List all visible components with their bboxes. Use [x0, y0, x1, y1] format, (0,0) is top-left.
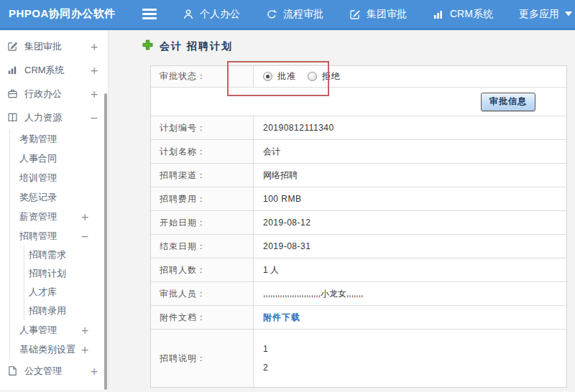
- nav-label: 更多应用: [519, 8, 559, 21]
- sidebar-item-label: 奖惩记录: [19, 191, 89, 204]
- field-value: 网络招聘: [254, 164, 566, 187]
- nav-label: 流程审批: [283, 8, 323, 21]
- expand-toggle[interactable]: +: [80, 211, 89, 223]
- field-label: 计划名称：: [151, 140, 254, 163]
- description-line: 1: [263, 344, 268, 354]
- top-header: PHPOA协同办公软件 个人办公 流程审批: [0, 0, 575, 30]
- sidebar-item-recruit-plan[interactable]: 招聘计划: [24, 264, 108, 283]
- bar-chart-icon: [7, 65, 19, 75]
- sidebar-item-salary[interactable]: 薪资管理 +: [10, 207, 108, 226]
- field-row-attachment: 附件文档： 附件下载: [151, 306, 566, 330]
- top-nav: 个人办公 流程审批 集团审批: [183, 8, 572, 21]
- field-row-channel: 招聘渠道： 网络招聘: [151, 164, 566, 187]
- expand-toggle[interactable]: +: [80, 325, 89, 336]
- field-row-cost: 招聘费用： 100 RMB: [151, 187, 566, 211]
- sidebar-item-attendance[interactable]: 考勤管理: [10, 129, 108, 149]
- sidebar-scrollbar[interactable]: [104, 93, 107, 390]
- process-icon: [266, 9, 277, 20]
- nav-process-approval[interactable]: 流程审批: [266, 8, 323, 21]
- sidebar-item-recruit-demand[interactable]: 招聘需求: [24, 246, 108, 264]
- field-row-end-date: 结束日期： 2019-08-31: [151, 235, 566, 258]
- field-value: 1 人: [254, 258, 566, 281]
- sidebar-item-admin-office[interactable]: 行政办公 +: [0, 82, 108, 106]
- sidebar-item-label: 人力资源: [24, 111, 90, 124]
- sidebar-item-label: 招聘需求: [29, 248, 66, 261]
- sidebar-item-documents[interactable]: 公文管理 +: [0, 359, 108, 383]
- sidebar-item-label: 行政办公: [24, 88, 90, 101]
- sidebar-item-label: 集团审批: [24, 40, 90, 53]
- sidebar-item-talent-pool[interactable]: 人才库: [24, 283, 108, 302]
- field-value: 2019-08-31: [254, 235, 566, 258]
- main-content: 会计 招聘计划 审批状态： 批准 拒绝 审批信息: [109, 30, 575, 390]
- sidebar-item-recruitment[interactable]: 招聘管理 −: [10, 226, 108, 246]
- sidebar-item-recruit-hire[interactable]: 招聘录用: [24, 302, 108, 320]
- radio-reject[interactable]: [308, 72, 317, 81]
- expand-toggle[interactable]: +: [80, 344, 89, 355]
- sidebar-item-hr[interactable]: 人力资源 −: [0, 106, 108, 129]
- nav-more-apps[interactable]: 更多应用: [519, 8, 572, 21]
- plus-icon: [142, 39, 153, 53]
- sidebar-item-label: 培训管理: [19, 172, 89, 185]
- field-value: 2019-08-12: [254, 211, 566, 234]
- recruitment-submenu: 招聘需求 招聘计划 人才库 招聘录用: [24, 246, 108, 320]
- field-label: 开始日期：: [151, 211, 254, 234]
- expand-toggle[interactable]: +: [90, 389, 98, 391]
- collapse-toggle[interactable]: −: [90, 112, 98, 123]
- field-label: 附件文档：: [151, 306, 254, 329]
- field-row-description: 招聘说明： 1 2: [151, 330, 566, 387]
- radio-approve-label: 批准: [277, 70, 296, 83]
- approval-options: 批准 拒绝: [254, 66, 566, 87]
- page-title-text: 会计 招聘计划: [160, 40, 233, 53]
- sidebar-item-personnel[interactable]: 人事管理 +: [10, 320, 108, 340]
- edit-square-icon: [7, 41, 19, 52]
- sidebar-item-group-approval[interactable]: 集团审批 +: [0, 34, 108, 58]
- sidebar-item-label: CRM系统: [24, 64, 90, 77]
- sidebar-item-label: 招聘录用: [29, 304, 66, 317]
- expand-toggle[interactable]: +: [90, 65, 98, 76]
- collapse-toggle[interactable]: −: [80, 230, 89, 242]
- radio-approve[interactable]: [263, 72, 272, 81]
- truck-icon: [7, 389, 19, 390]
- field-label: 计划编号：: [151, 116, 254, 139]
- edit-square-icon: [349, 9, 361, 20]
- nav-label: 集团审批: [367, 8, 407, 21]
- field-label: 招聘说明：: [151, 330, 254, 387]
- field-value: 会计: [254, 140, 566, 163]
- approval-status-row: 审批状态： 批准 拒绝: [151, 66, 566, 88]
- sidebar-item-vehicle[interactable]: 用车管理 +: [0, 383, 108, 390]
- sidebar-item-hr-contract[interactable]: 人事合同: [10, 149, 108, 168]
- expand-toggle[interactable]: +: [90, 88, 98, 100]
- sidebar-item-label: 基础类别设置: [19, 343, 80, 356]
- sidebar-item-label: 人事管理: [19, 324, 80, 337]
- nav-crm-system[interactable]: CRM系统: [433, 8, 493, 21]
- page-title: 会计 招聘计划: [142, 39, 575, 53]
- sidebar-item-base-category[interactable]: 基础类别设置 +: [10, 340, 108, 359]
- approval-info-button[interactable]: 审批信息: [481, 93, 535, 111]
- sidebar-item-label: 人才库: [29, 286, 57, 299]
- field-label: 招聘费用：: [151, 187, 254, 210]
- sidebar-item-label: 薪资管理: [19, 210, 80, 223]
- attachment-download-link[interactable]: 附件下载: [263, 312, 300, 324]
- field-value: 20190812111340: [254, 116, 566, 139]
- field-label: 审批人员：: [151, 282, 254, 305]
- sidebar-item-label: 公文管理: [24, 365, 90, 378]
- nav-group-approval[interactable]: 集团审批: [349, 8, 407, 21]
- document-icon: [7, 365, 19, 376]
- nav-personal-office[interactable]: 个人办公: [183, 8, 240, 21]
- sidebar-item-crm[interactable]: CRM系统 +: [0, 58, 108, 82]
- expand-toggle[interactable]: +: [90, 365, 98, 377]
- expand-toggle[interactable]: +: [90, 41, 98, 52]
- field-value: ,,,,,,,,,,,,,,,,,,,,,,,,小龙女,,,,,,,: [254, 282, 566, 305]
- nav-label: 个人办公: [200, 8, 240, 21]
- sidebar-item-training[interactable]: 培训管理: [10, 168, 108, 187]
- sidebar-item-label: 考勤管理: [19, 133, 89, 146]
- caret-down-icon: [565, 11, 572, 17]
- field-label: 招聘渠道：: [151, 164, 254, 187]
- sidebar: 集团审批 + CRM系统 + 行政办公 +: [0, 30, 109, 390]
- field-label: 招聘人数：: [151, 258, 254, 281]
- sidebar-item-rewards[interactable]: 奖惩记录: [10, 187, 108, 207]
- sidebar-item-label: 用车管理: [24, 388, 90, 391]
- sidebar-item-label: 招聘管理: [19, 230, 80, 243]
- field-label: 审批状态：: [151, 66, 254, 87]
- hamburger-menu-icon[interactable]: [142, 9, 157, 19]
